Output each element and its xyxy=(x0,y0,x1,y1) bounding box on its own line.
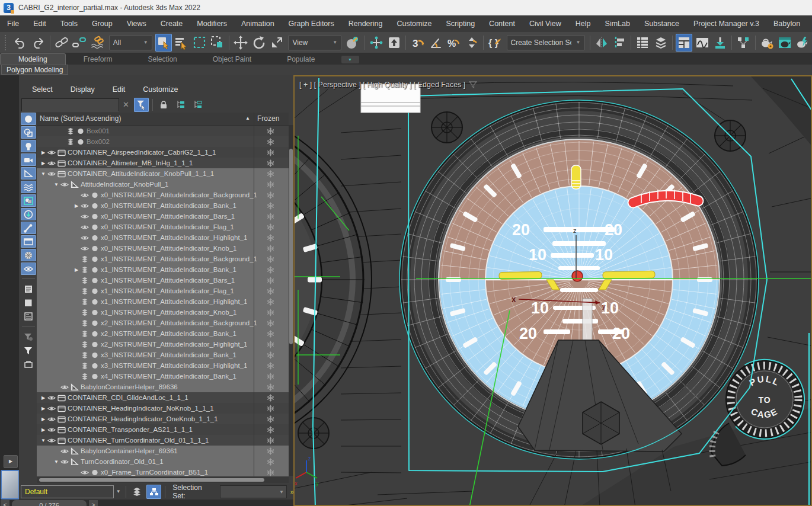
hidden-layers-icon[interactable] xyxy=(81,266,91,274)
select-manipulate-icon[interactable] xyxy=(368,34,385,52)
tab-freeform[interactable]: Freeform xyxy=(66,54,130,65)
visibility-eye-icon[interactable] xyxy=(47,171,57,177)
expand-arrow-icon[interactable]: ▼ xyxy=(52,459,60,465)
table-row[interactable]: ▶x1_INSTRUMENT_AttitudeIndicator_Bank_1 xyxy=(37,264,289,275)
table-row[interactable]: x1_INSTRUMENT_AttitudeIndicator_Backgrou… xyxy=(37,254,289,264)
node-name[interactable]: BabylonContainerHelper_69361 xyxy=(81,447,178,454)
table-row[interactable]: ▶CONTAINER_Altimeter_MB_InHg_1_1_1 xyxy=(37,158,289,168)
node-name[interactable]: CONTAINER_HeadingIndicator_OneKnob_1_1_1 xyxy=(68,415,218,422)
visibility-eye-icon[interactable] xyxy=(47,160,57,166)
select-filter-icon[interactable] xyxy=(134,98,149,112)
visibility-eye-icon[interactable] xyxy=(60,384,71,390)
table-row[interactable]: ▼CONTAINER_AttitudeIndicator_KnobPull_1_… xyxy=(37,168,289,179)
node-name[interactable]: AttitudeIndicator_KnobPull_1 xyxy=(81,181,168,188)
tab-object-paint[interactable]: Object Paint xyxy=(195,54,269,65)
schematic-view-icon[interactable] xyxy=(735,34,752,52)
menu-item-tools[interactable]: Tools xyxy=(53,15,85,32)
perspective-viewport[interactable]: 20 20 10 10 10 10 20 20 xyxy=(293,75,812,506)
frozen-snowflake-icon[interactable] xyxy=(267,468,274,476)
viewport-label[interactable]: [ + ] [ Perspective ] [ High Quality ] [… xyxy=(299,81,477,89)
explorer-menu-select[interactable]: Select xyxy=(32,85,53,94)
node-name[interactable]: x0_INSTRUMENT_AttitudeIndicator_Knob_1 xyxy=(101,245,236,252)
cameras-icon[interactable] xyxy=(21,153,36,166)
frozen-objects-icon[interactable] xyxy=(21,235,36,248)
sort-ascending-icon[interactable]: ▲ xyxy=(245,116,250,121)
lock-icon[interactable] xyxy=(156,98,171,112)
ribbon-icon[interactable] xyxy=(676,34,692,52)
table-row[interactable]: ▶CONTAINER_CDI_GlideAndLoc_1_1_1 xyxy=(37,392,289,403)
menu-item-simlab[interactable]: SimLab xyxy=(598,15,637,32)
ribbon-overflow-button[interactable]: ▼ xyxy=(341,56,359,63)
visibility-eye-icon[interactable] xyxy=(47,416,57,422)
scrollbar-thumb[interactable] xyxy=(289,149,293,344)
render-setup-icon[interactable] xyxy=(776,34,793,52)
tab-populate[interactable]: Populate xyxy=(269,54,333,65)
visibility-eye-icon[interactable] xyxy=(47,427,57,433)
material-view-icon[interactable] xyxy=(21,296,36,309)
clear-search-icon[interactable]: ✕ xyxy=(123,100,129,109)
hidden-layers-icon[interactable] xyxy=(81,309,91,316)
ref-coordsys-dropdown[interactable]: View▼ xyxy=(288,35,341,50)
hidden-layers-icon[interactable] xyxy=(66,138,76,146)
node-name[interactable]: x1_INSTRUMENT_AttitudeIndicator_Backgrou… xyxy=(101,255,257,262)
menu-item-animation[interactable]: Animation xyxy=(234,15,282,32)
expand-arrow-icon[interactable]: ▼ xyxy=(52,182,60,187)
viewport-canvas[interactable]: 20 20 10 10 10 10 20 20 xyxy=(295,76,812,506)
menu-item-scripting[interactable]: Scripting xyxy=(439,15,482,32)
named-sets-dropdown[interactable]: Create Selection Se▼ xyxy=(507,35,585,50)
menu-item-babylon[interactable]: Babylon xyxy=(766,15,807,32)
visibility-eye-icon[interactable] xyxy=(81,469,91,476)
active-layer-field[interactable]: Default xyxy=(21,485,114,498)
node-name[interactable]: CONTAINER_AttitudeIndicator_KnobPull_1_1… xyxy=(68,170,214,177)
table-row[interactable]: x3_INSTRUMENT_AttitudeIndicator_Highligh… xyxy=(37,360,289,371)
menu-item-project-manager-v-3[interactable]: Project Manager v.3 xyxy=(686,15,766,32)
containers-icon[interactable] xyxy=(21,208,36,220)
table-row[interactable]: x0_INSTRUMENT_AttitudeIndicator_Highligh… xyxy=(37,232,289,243)
menu-item-arnold[interactable]: Arnold xyxy=(807,15,812,32)
node-name[interactable]: x0_INSTRUMENT_AttitudeIndicator_Highligh… xyxy=(101,234,247,241)
expand-panel-button[interactable]: ▶ xyxy=(4,455,18,468)
table-row[interactable]: ▶x0_INSTRUMENT_AttitudeIndicator_Bank_1 xyxy=(37,200,289,211)
table-row[interactable]: x2_INSTRUMENT_AttitudeIndicator_Highligh… xyxy=(37,339,289,350)
docked-panel-slot[interactable] xyxy=(1,470,20,499)
expand-arrow-icon[interactable]: ▶ xyxy=(39,406,47,411)
polygon-modeling-button[interactable]: Polygon Modeling xyxy=(1,65,68,75)
table-row[interactable]: ▼TurnCoordinator_Old_01_1 xyxy=(37,456,289,467)
visibility-eye-icon[interactable] xyxy=(60,181,71,188)
menu-item-civil-view[interactable]: Civil View xyxy=(522,15,568,32)
mirror-icon[interactable] xyxy=(593,34,609,52)
node-name[interactable]: x2_INSTRUMENT_AttitudeIndicator_Bank_1 xyxy=(101,330,236,337)
node-name[interactable]: x2_INSTRUMENT_AttitudeIndicator_Highligh… xyxy=(101,341,247,348)
menu-item-create[interactable]: Create xyxy=(154,15,190,32)
table-row[interactable]: x1_INSTRUMENT_AttitudeIndicator_Bars_1 xyxy=(37,275,289,286)
node-name[interactable]: x0_INSTRUMENT_AttitudeIndicator_Backgrou… xyxy=(101,191,257,198)
layers-icon[interactable] xyxy=(130,485,145,499)
table-row[interactable]: x0_INSTRUMENT_AttitudeIndicator_Backgrou… xyxy=(37,190,289,200)
table-row[interactable]: x0_INSTRUMENT_AttitudeIndicator_Knob_1 xyxy=(37,243,289,254)
hidden-layers-icon[interactable] xyxy=(81,373,91,380)
spacewarps-icon[interactable] xyxy=(21,181,36,193)
node-name[interactable]: Box001 xyxy=(87,127,110,134)
material-editor-icon[interactable] xyxy=(759,34,775,52)
expand-arrow-icon[interactable]: ▶ xyxy=(39,395,47,401)
node-name[interactable]: x1_INSTRUMENT_AttitudeIndicator_Bank_1 xyxy=(101,266,236,273)
geometry-icon[interactable] xyxy=(21,113,36,125)
expand-arrow-icon[interactable]: ▼ xyxy=(39,171,47,177)
table-row[interactable]: ▶CONTAINER_HeadingIndicator_NoKnob_1_1_1 xyxy=(37,403,289,414)
table-row[interactable]: ▶CONTAINER_HeadingIndicator_OneKnob_1_1_… xyxy=(37,414,289,424)
hidden-layers-icon[interactable] xyxy=(81,341,91,348)
menu-item-modifiers[interactable]: Modifiers xyxy=(190,15,234,32)
hidden-layers-icon[interactable] xyxy=(81,330,91,338)
selection-filter-dropdown[interactable]: All▼ xyxy=(109,35,152,50)
menu-item-substance[interactable]: Substance xyxy=(637,15,686,32)
menu-item-content[interactable]: Content xyxy=(482,15,522,32)
table-row[interactable]: ▼CONTAINER_TurnCoordinator_Old_01_1_1_1 xyxy=(37,435,289,446)
viewport-label-text[interactable]: [ + ] [ Perspective ] [ High Quality ] [… xyxy=(299,81,465,89)
particles-icon[interactable] xyxy=(21,249,36,261)
table-row[interactable]: BabylonContainerHelper_89636 xyxy=(37,382,289,392)
table-row[interactable]: Box002 xyxy=(37,136,289,147)
list-view-icon[interactable] xyxy=(21,283,36,295)
snap-3d-icon[interactable]: 3 xyxy=(409,34,426,52)
table-row[interactable]: ▶CONTAINER_Transponder_AS21_1_1_1 xyxy=(37,424,289,435)
node-name[interactable]: x1_INSTRUMENT_AttitudeIndicator_Bars_1 xyxy=(101,277,235,284)
